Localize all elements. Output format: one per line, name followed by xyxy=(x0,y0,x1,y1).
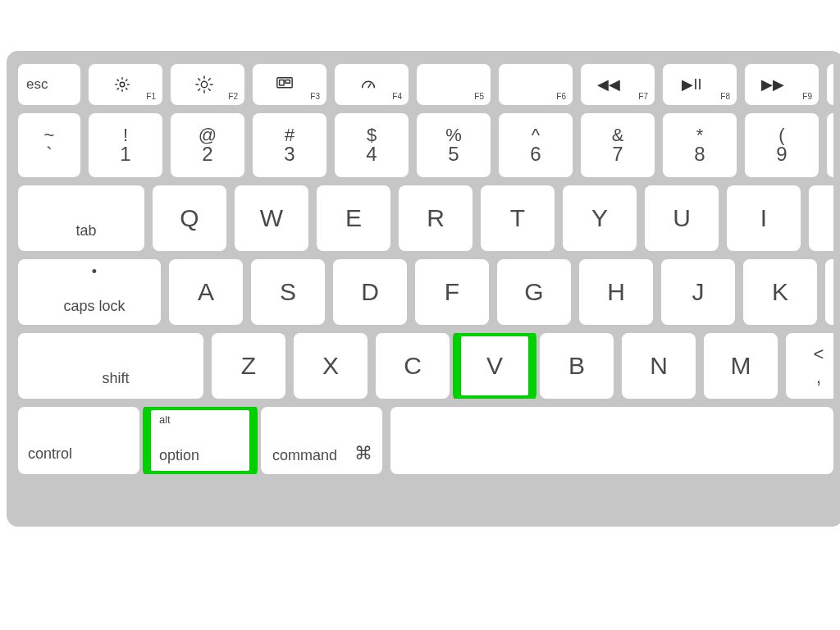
key-lower: ` xyxy=(46,144,52,164)
key-f6[interactable]: F6 xyxy=(499,64,573,105)
key-backtick[interactable]: ~` xyxy=(18,113,80,177)
key-lower: , xyxy=(816,368,821,386)
caps-indicator-icon: • xyxy=(92,267,97,276)
key-3[interactable]: #3 xyxy=(253,113,326,177)
key-e[interactable]: E xyxy=(317,185,390,251)
key-f10-partial[interactable] xyxy=(827,64,833,105)
svg-point-1 xyxy=(201,81,207,87)
key-f1[interactable]: F1 xyxy=(89,64,162,105)
row-modifiers: control alt option command ⌘ xyxy=(18,407,833,474)
key-upper: % xyxy=(445,126,462,144)
key-label: M xyxy=(731,352,751,380)
key-lower: 3 xyxy=(284,144,294,164)
key-label: W xyxy=(260,204,283,232)
key-6[interactable]: ^6 xyxy=(499,113,573,177)
key-d[interactable]: D xyxy=(333,259,407,325)
key-f9[interactable]: ▶▶ F9 xyxy=(745,64,819,105)
key-label: B xyxy=(568,352,585,380)
row-qwerty: tab Q W E R T Y U I O xyxy=(18,185,833,251)
key-7[interactable]: &7 xyxy=(581,113,655,177)
key-l[interactable]: L xyxy=(825,259,833,325)
key-a[interactable]: A xyxy=(169,259,243,325)
fn-label: F1 xyxy=(146,92,156,101)
key-9[interactable]: (9 xyxy=(745,113,819,177)
key-b[interactable]: B xyxy=(540,333,614,399)
key-5[interactable]: %5 xyxy=(417,113,491,177)
key-8[interactable]: *8 xyxy=(663,113,737,177)
key-4[interactable]: $4 xyxy=(335,113,409,177)
key-command[interactable]: command ⌘ xyxy=(261,407,382,474)
row-function: esc F1 F2 F3 F4 F5 F6 ◀◀ F7 ▶II xyxy=(18,64,833,105)
key-w[interactable]: W xyxy=(235,185,308,251)
key-upper: < xyxy=(814,345,824,363)
fn-label: F9 xyxy=(802,92,812,101)
key-upper: ! xyxy=(123,126,128,144)
key-f2[interactable]: F2 xyxy=(171,64,244,105)
key-label: V xyxy=(486,352,503,380)
key-upper: ( xyxy=(778,126,784,144)
key-u[interactable]: U xyxy=(645,185,719,251)
key-lower: 7 xyxy=(612,144,623,164)
key-n[interactable]: N xyxy=(622,333,696,399)
key-c[interactable]: C xyxy=(376,333,450,399)
key-f[interactable]: F xyxy=(415,259,489,325)
key-label: J xyxy=(692,278,705,306)
key-m[interactable]: M xyxy=(704,333,778,399)
key-label: D xyxy=(361,278,379,306)
key-o[interactable]: O xyxy=(809,185,833,251)
key-label: Z xyxy=(241,352,256,380)
command-icon: ⌘ xyxy=(354,443,372,464)
brightness-down-icon xyxy=(113,75,131,94)
key-upper: ^ xyxy=(532,126,540,144)
key-v-highlighted[interactable]: V xyxy=(458,333,532,399)
key-y[interactable]: Y xyxy=(563,185,637,251)
key-alt-label: alt xyxy=(159,413,253,426)
key-label: H xyxy=(607,278,625,306)
fn-label: F5 xyxy=(474,92,484,101)
mission-control-icon xyxy=(276,75,294,94)
key-label: T xyxy=(510,204,525,232)
key-h[interactable]: H xyxy=(579,259,653,325)
key-j[interactable]: J xyxy=(661,259,735,325)
key-t[interactable]: T xyxy=(481,185,555,251)
key-z[interactable]: Z xyxy=(212,333,285,399)
key-i[interactable]: I xyxy=(727,185,801,251)
key-f5[interactable]: F5 xyxy=(417,64,491,105)
fn-label: F3 xyxy=(310,92,320,101)
key-1[interactable]: !1 xyxy=(89,113,162,177)
key-tab[interactable]: tab xyxy=(18,185,144,251)
key-0-partial[interactable] xyxy=(827,113,833,177)
key-control[interactable]: control xyxy=(18,407,139,474)
key-label: R xyxy=(427,204,445,232)
key-upper: @ xyxy=(199,126,217,144)
key-option-highlighted[interactable]: alt option xyxy=(148,407,253,474)
key-label: caps lock xyxy=(63,298,125,315)
key-2[interactable]: @2 xyxy=(171,113,244,177)
key-comma[interactable]: <, xyxy=(786,333,833,399)
key-f7[interactable]: ◀◀ F7 xyxy=(581,64,655,105)
key-caps-lock[interactable]: • caps lock xyxy=(18,259,161,325)
key-f4[interactable]: F4 xyxy=(335,64,409,105)
key-x[interactable]: X xyxy=(294,333,368,399)
key-label: S xyxy=(280,278,296,306)
key-s[interactable]: S xyxy=(251,259,325,325)
key-shift[interactable]: shift xyxy=(18,333,203,399)
key-label: K xyxy=(772,278,788,306)
key-lower: 9 xyxy=(776,144,787,164)
key-k[interactable]: K xyxy=(743,259,817,325)
key-f3[interactable]: F3 xyxy=(253,64,326,105)
dashboard-icon xyxy=(359,75,377,94)
fn-label: F7 xyxy=(638,92,648,101)
row-zxcv: shift Z X C V B N M <, xyxy=(18,333,833,399)
svg-point-0 xyxy=(120,82,125,87)
key-esc[interactable]: esc xyxy=(18,64,80,105)
key-label: Q xyxy=(180,204,199,232)
key-label: N xyxy=(650,352,668,380)
key-space[interactable] xyxy=(390,407,833,474)
key-g[interactable]: G xyxy=(497,259,571,325)
key-q[interactable]: Q xyxy=(153,185,226,251)
key-f8[interactable]: ▶II F8 xyxy=(663,64,737,105)
key-lower: 5 xyxy=(448,144,459,164)
key-r[interactable]: R xyxy=(399,185,472,251)
key-label: A xyxy=(198,278,214,306)
